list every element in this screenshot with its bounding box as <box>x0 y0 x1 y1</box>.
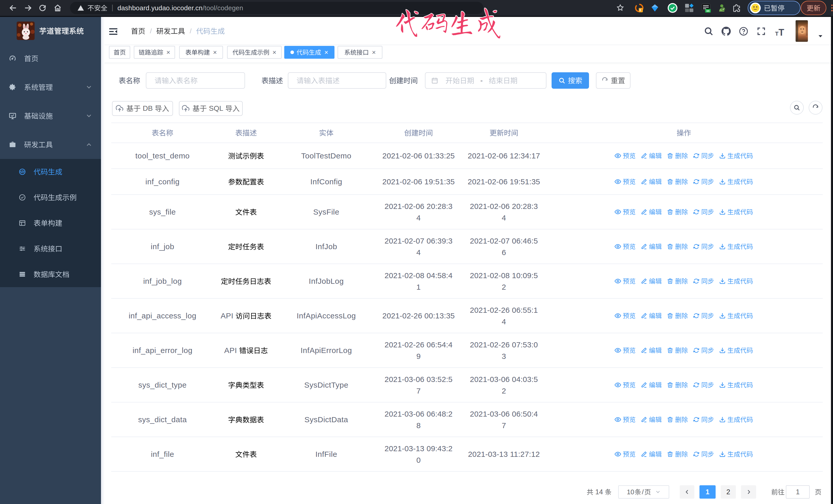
svg-text:on: on <box>706 9 710 12</box>
